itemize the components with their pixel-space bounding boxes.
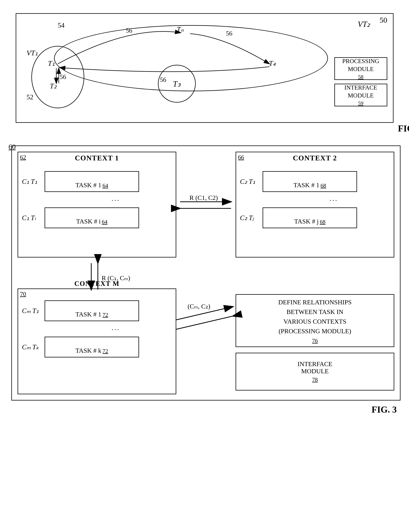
fig3-container: 60 CONTEXT 1 62 C₁ T₁ TASK # 1 64 (11, 145, 400, 401)
context2-title: CONTEXT 2 (236, 152, 394, 164)
interface-module-ref: 59 (358, 100, 363, 106)
context1-box: CONTEXT 1 62 C₁ T₁ TASK # 1 64 ··· (18, 152, 176, 258)
context2-ref: 66 (238, 154, 244, 161)
dots-2: ··· (274, 195, 394, 205)
c1ti-label: C₁ Tᵢ (22, 214, 39, 222)
svg-text:56: 56 (160, 76, 166, 83)
task1-72-box: TASK # 1 72 (45, 300, 139, 321)
svg-line-16 (176, 307, 233, 320)
c1t1-row: C₁ T₁ TASK # 1 64 (22, 171, 172, 192)
taskk-72-box: TASK # k 72 (45, 337, 139, 357)
c1t1-label: C₁ T₁ (22, 177, 39, 186)
processing-module-label: PROCESSINGMODULE (342, 57, 379, 73)
svg-text:R (C1, C2): R (C1, C2) (189, 194, 218, 201)
c1ti-row: C₁ Tᵢ TASK # i 64 (22, 207, 172, 228)
processing-module-ref: 58 (358, 74, 363, 80)
contextm-box: CONTEXT M 70 Cₘ T₁ TASK # 1 72 ··· (18, 289, 176, 394)
taski-64-box: TASK # i 64 (45, 207, 139, 228)
ref-60: 60 (9, 143, 16, 151)
context1-ref: 62 (20, 154, 26, 161)
fig3-interface-label: INTERFACEMODULE (297, 360, 332, 375)
processing-module-box: PROCESSINGMODULE 58 (334, 57, 387, 80)
interface-module-box: INTERFACEMODULE 59 (334, 84, 387, 106)
svg-line-17 (176, 316, 233, 329)
cmt1-row: Cₘ T₁ TASK # 1 72 (22, 300, 172, 321)
svg-text:56: 56 (126, 27, 132, 34)
fig3-interface-ref: 78 (312, 376, 318, 383)
svg-text:56: 56 (226, 30, 232, 37)
contextm-ref: 70 (20, 290, 26, 298)
context2-box: CONTEXT 2 66 C₂ T₁ TASK # 1 68 ··· (236, 152, 394, 258)
fig3-interface-box: INTERFACEMODULE 78 (236, 353, 394, 391)
fig2-container: 50 VT₂ 54 52 VT₁ T₁ T₂ T₃ Tₙ T₄ (16, 13, 393, 123)
fig3-wrapper: 60 CONTEXT 1 62 C₁ T₁ TASK # 1 64 (11, 145, 400, 415)
c2t1-label: C₂ T₁ (240, 177, 257, 186)
cmtk-label: Cₘ Tₖ (22, 343, 39, 351)
context1-title: CONTEXT 1 (18, 152, 176, 164)
interface-module-label: INTERFACEMODULE (344, 84, 377, 99)
svg-text:(Cₘ, C₂): (Cₘ, C₂) (188, 303, 210, 310)
define-ref: 76 (312, 337, 318, 344)
fig2-label: FIG. 2 (398, 123, 409, 134)
right-modules: DEFINE RELATIONSHIPSBETWEEN TASK INVARIO… (236, 294, 394, 394)
fig3-label: FIG. 3 (11, 404, 400, 415)
task1-64-box: TASK # 1 64 (45, 171, 139, 192)
cmt1-label: Cₘ T₁ (22, 307, 39, 315)
svg-text:56: 56 (60, 73, 66, 80)
dots-1: ··· (56, 195, 176, 205)
contextm-title-area: CONTEXT M (74, 280, 119, 288)
define-relationships-label: DEFINE RELATIONSHIPSBETWEEN TASK INVARIO… (278, 297, 352, 336)
taskj-68-box: TASK # j 68 (263, 207, 357, 228)
dots-3: ··· (56, 325, 176, 335)
c2t1-row: C₂ T₁ TASK # 1 68 (240, 171, 390, 192)
c2tj-label: C₂ Tⱼ (240, 214, 257, 222)
cmtk-row: Cₘ Tₖ TASK # k 72 (22, 337, 172, 357)
c2tj-row: C₂ Tⱼ TASK # j 68 (240, 207, 390, 228)
task1-68-box: TASK # 1 68 (263, 171, 357, 192)
define-relationships-box: DEFINE RELATIONSHIPSBETWEEN TASK INVARIO… (236, 294, 394, 347)
